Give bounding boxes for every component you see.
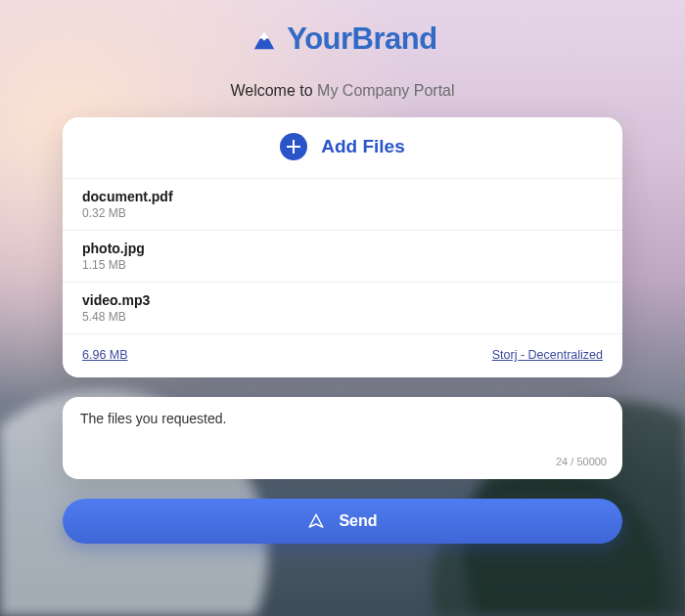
file-size: 1.15 MB [82, 258, 603, 272]
file-size: 0.32 MB [82, 206, 603, 220]
char-counter: 24 / 50000 [63, 456, 622, 479]
add-files-button[interactable]: Add Files [63, 117, 622, 178]
storage-provider-link[interactable]: Storj - Decentralized [492, 348, 603, 362]
brand-logo: YourBrand [248, 22, 436, 57]
file-list: document.pdf 0.32 MB photo.jpg 1.15 MB v… [63, 178, 622, 334]
mountain-icon [248, 25, 281, 53]
list-item[interactable]: photo.jpg 1.15 MB [63, 231, 622, 283]
total-size-link[interactable]: 6.96 MB [82, 348, 128, 362]
list-item[interactable]: document.pdf 0.32 MB [63, 179, 622, 231]
list-item[interactable]: video.mp3 5.48 MB [63, 283, 622, 334]
file-name: photo.jpg [82, 241, 603, 256]
files-meta-row: 6.96 MB Storj - Decentralized [63, 334, 622, 362]
welcome-prefix: Welcome to [230, 82, 317, 99]
file-size: 5.48 MB [82, 310, 603, 324]
message-input[interactable]: The files you requested. [63, 397, 622, 456]
welcome-text: Welcome to My Company Portal [230, 82, 454, 100]
send-icon [307, 512, 325, 530]
app-name: My Company Portal [317, 82, 455, 99]
message-card: The files you requested. 24 / 50000 [63, 397, 622, 479]
file-name: document.pdf [82, 189, 603, 204]
files-card: Add Files document.pdf 0.32 MB photo.jpg… [63, 117, 622, 377]
add-files-label: Add Files [321, 136, 405, 157]
file-name: video.mp3 [82, 292, 603, 308]
brand-name: YourBrand [287, 22, 436, 57]
plus-icon [280, 133, 307, 160]
send-button[interactable]: Send [63, 499, 622, 544]
send-label: Send [339, 512, 377, 530]
